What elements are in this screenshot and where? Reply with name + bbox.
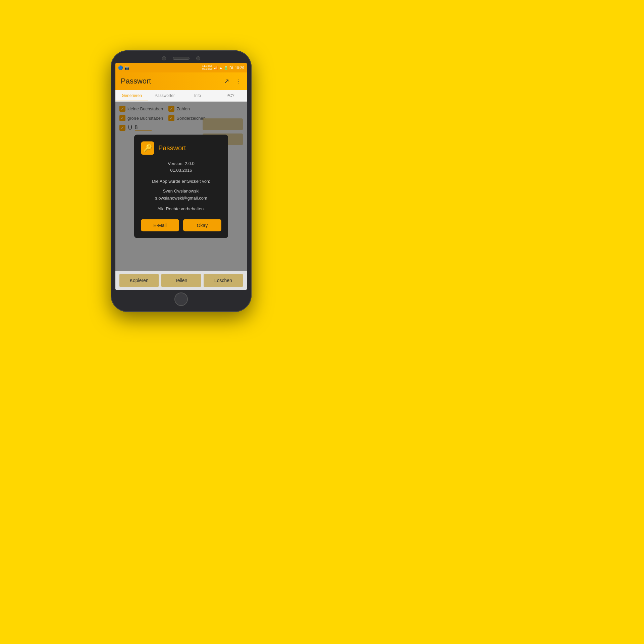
copy-button[interactable]: Kopieren xyxy=(119,274,159,287)
tab-bar: Generieren Passwörter Info PC? xyxy=(115,90,247,102)
home-button[interactable] xyxy=(174,292,188,306)
app-bar: Passwort ↗ ⋮ xyxy=(115,72,247,90)
wifi-icon: 📶 xyxy=(213,66,218,70)
time-display: Di. 10:29 xyxy=(229,66,244,70)
share-button[interactable]: ↗ xyxy=(224,77,229,85)
phone-bottom-hardware xyxy=(115,292,247,306)
sensor xyxy=(196,56,200,60)
dialog-version: Version: 2.0.0 01.03.2016 xyxy=(141,160,221,174)
tab-generieren[interactable]: Generieren xyxy=(115,90,148,101)
phone-body: 🔵 📷 11,7kb/s 93,9kb/s 📶 ▲ 🔋 Di. 10:29 Pa… xyxy=(111,50,252,312)
dialog-buttons: E-Mail Okay xyxy=(141,219,221,231)
dialog-rights: Alle Rechte vorbehalten. xyxy=(141,206,221,213)
overflow-menu-button[interactable]: ⋮ xyxy=(235,77,241,85)
front-camera xyxy=(162,56,166,60)
phone-top-hardware xyxy=(115,56,247,60)
signal-icon: ▲ xyxy=(219,66,223,70)
okay-button[interactable]: Okay xyxy=(183,219,221,231)
battery-icon: 🔋 xyxy=(224,66,228,70)
about-dialog: 🔑 Passwort Version: 2.0.0 01.03.2016 Die… xyxy=(134,135,228,238)
app-bar-actions: ↗ ⋮ xyxy=(224,77,241,85)
share-button-bottom[interactable]: Teilen xyxy=(161,274,201,287)
email-button[interactable]: E-Mail xyxy=(141,219,179,231)
phone-screen: 🔵 📷 11,7kb/s 93,9kb/s 📶 ▲ 🔋 Di. 10:29 Pa… xyxy=(115,63,247,290)
tab-pc[interactable]: PC? xyxy=(214,90,247,101)
camera-icon: 📷 xyxy=(124,65,129,70)
dialog-app-icon: 🔑 xyxy=(141,141,154,155)
tab-info[interactable]: Info xyxy=(181,90,214,101)
dialog-body: Version: 2.0.0 01.03.2016 Die App wurde … xyxy=(141,160,221,213)
dialog-header: 🔑 Passwort xyxy=(141,141,221,155)
bottom-action-bar: Kopieren Teilen Löschen xyxy=(115,271,247,290)
tab-passwoerter[interactable]: Passwörter xyxy=(148,90,181,101)
dialog-description: Die App wurde entwickelt von: xyxy=(141,178,221,185)
speed-display: 11,7kb/s 93,9kb/s xyxy=(202,65,212,71)
dialog-title: Passwort xyxy=(158,144,186,152)
content-area: ✓ kleine Buchstaben ✓ Zahlen ✓ große Buc… xyxy=(115,102,247,271)
status-bar: 🔵 📷 11,7kb/s 93,9kb/s 📶 ▲ 🔋 Di. 10:29 xyxy=(115,63,247,72)
s-icon: 🔵 xyxy=(118,65,123,70)
status-left-icons: 🔵 📷 xyxy=(118,65,129,70)
delete-button[interactable]: Löschen xyxy=(204,274,243,287)
app-title: Passwort xyxy=(121,77,224,86)
speaker xyxy=(173,57,190,60)
status-right: 11,7kb/s 93,9kb/s 📶 ▲ 🔋 Di. 10:29 xyxy=(202,65,244,71)
dialog-author: Sven Owsianowski s.owsianowski@gmail.com xyxy=(141,188,221,202)
